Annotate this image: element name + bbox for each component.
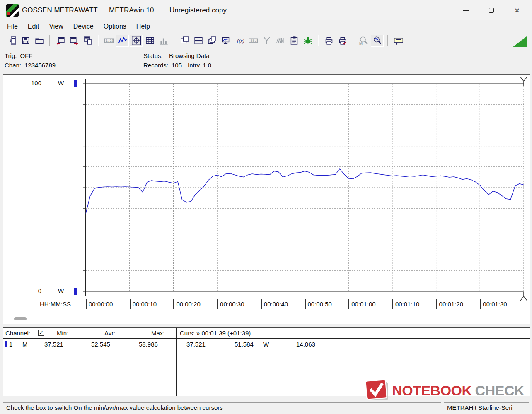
- view-table-icon[interactable]: [143, 35, 156, 47]
- h-scrollbar-thumb[interactable]: [14, 317, 27, 320]
- annotation-icon[interactable]: [392, 35, 405, 47]
- min-value: 37.521: [44, 341, 63, 348]
- cursor1-value: 37.521: [186, 341, 206, 348]
- menu-help[interactable]: Help: [131, 22, 155, 31]
- window-arrange-icon[interactable]: [206, 35, 218, 47]
- function-fx-icon[interactable]: -ƒ(x): [233, 35, 246, 47]
- window-cascade-icon[interactable]: [178, 35, 191, 47]
- status-line: Status:Browsing Data: [143, 52, 210, 59]
- cursor2-value: 51.584: [235, 341, 254, 348]
- title-bar: GOSSEN METRAWATT METRAwin 10 Unregistere…: [0, 0, 532, 20]
- brand-title: GOSSEN METRAWATT: [22, 0, 98, 20]
- device-display-icon[interactable]: 88.8: [247, 35, 259, 47]
- watermark-notebook-text: NOTEBOOK: [392, 383, 472, 399]
- checkmark-icon: ✓: [39, 330, 44, 335]
- max-column-header: Max:: [151, 330, 165, 337]
- notebookcheck-logo-icon: [365, 380, 389, 401]
- debug-bug-icon[interactable]: [301, 35, 314, 47]
- copy-window-icon[interactable]: [81, 35, 94, 47]
- cursor-delta-value: 14.063: [296, 341, 315, 348]
- print-setup-icon[interactable]: [336, 35, 349, 47]
- x-tick-label: 00:00:40: [261, 299, 288, 309]
- menu-edit[interactable]: Edit: [23, 22, 44, 31]
- close-button[interactable]: ✕: [504, 2, 530, 19]
- cursor-column-header: Curs: » 00:01:39 (+01:39): [180, 330, 251, 337]
- minmax-checkbox[interactable]: ✓: [38, 330, 44, 336]
- interval-value: 1.0: [203, 62, 211, 69]
- toolbar-separator: [174, 35, 174, 46]
- channel-number: 1: [9, 341, 12, 348]
- import-data-icon[interactable]: [68, 35, 80, 47]
- file-open-icon[interactable]: [33, 35, 46, 47]
- waveform-icon[interactable]: [274, 35, 287, 47]
- x-tick-label: 00:01:30: [480, 299, 507, 309]
- x-tick-label: 00:00:00: [86, 299, 113, 309]
- print-icon[interactable]: [322, 35, 335, 47]
- zoom-manual-icon[interactable]: M: [357, 35, 370, 47]
- x-tick-label: 00:00:20: [173, 299, 200, 309]
- status-message: Check the box to switch On the min/avr/m…: [6, 404, 223, 411]
- x-tick-label: 00:00:50: [305, 299, 332, 309]
- x-tick-label: 00:01:10: [392, 299, 419, 309]
- toolbar-separator: [49, 35, 50, 46]
- menu-file[interactable]: File: [2, 22, 23, 31]
- toolbar-separator: [98, 35, 99, 46]
- watermark-check-text: CHECK: [475, 383, 524, 399]
- x-tick-label: 00:00:10: [130, 299, 157, 309]
- view-xy-icon[interactable]: [130, 35, 143, 47]
- min-column-header: Min:: [57, 330, 68, 337]
- table-header-divider: [3, 338, 530, 339]
- avr-column-header: Avr:: [104, 330, 115, 337]
- avr-value: 52.545: [91, 341, 110, 348]
- chan-value: 123456789: [24, 62, 56, 69]
- toolbar: 1.23-ƒ(x)88.8M: [0, 33, 532, 48]
- x-tick-label: 00:01:20: [436, 299, 463, 309]
- x-tick-label: 00:01:00: [348, 299, 375, 309]
- export-data-icon[interactable]: [54, 35, 67, 47]
- view-numeric-icon[interactable]: 1.23: [102, 35, 115, 47]
- channel-mode: M: [22, 341, 28, 348]
- device-name-box: METRAHit Starline-Seri: [444, 402, 529, 413]
- x-tick-label: 00:00:30: [217, 299, 244, 309]
- svg-text:1.23: 1.23: [105, 39, 113, 43]
- menu-device[interactable]: Device: [68, 22, 99, 31]
- x-axis-ticks: 00:00:0000:00:1000:00:2000:00:3000:00:40…: [3, 299, 530, 310]
- status-label: Status:: [143, 52, 166, 59]
- svg-text:88.8: 88.8: [250, 39, 258, 43]
- records-value: 105: [172, 62, 182, 69]
- chan-label: Chan:: [5, 62, 21, 69]
- channel-status: Chan:123456789: [5, 62, 56, 69]
- online-monitor-icon[interactable]: [219, 35, 232, 47]
- protocol-icon[interactable]: [288, 35, 300, 47]
- channel-color-marker: [5, 341, 7, 347]
- file-save-icon[interactable]: [19, 35, 32, 47]
- y-min-label: 0: [25, 287, 41, 294]
- status-message-box: Check the box to switch On the min/avr/m…: [3, 402, 441, 413]
- info-strip: Trig:OFF Chan:123456789 Status:Browsing …: [0, 48, 532, 74]
- license-status: Unregistered copy: [169, 0, 227, 20]
- view-trend-icon[interactable]: [116, 35, 129, 47]
- gossen-metrawatt-logo: [6, 4, 19, 17]
- trend-chart[interactable]: [3, 75, 530, 325]
- notebookcheck-watermark: NOTEBOOKCHECK: [365, 380, 524, 401]
- menu-bar: File Edit View Device Options Help: [0, 20, 532, 33]
- merge-channels-icon[interactable]: [260, 35, 273, 47]
- channel-column-header: Channel:: [5, 330, 30, 337]
- toolbar-buttons: 1.23-ƒ(x)88.8M: [5, 35, 406, 47]
- status-value: Browsing Data: [169, 52, 210, 59]
- interval-label: Intrv.: [188, 62, 201, 69]
- view-histogram-icon[interactable]: [157, 35, 170, 47]
- value-unit: W: [263, 341, 269, 348]
- window-tile-icon[interactable]: [192, 35, 205, 47]
- status-bar: Check the box to switch On the min/avr/m…: [0, 401, 532, 414]
- zoom-curve-icon[interactable]: [371, 35, 384, 47]
- minimize-button[interactable]: [453, 2, 479, 19]
- y-unit-bottom: W: [58, 287, 64, 294]
- toolbar-separator: [353, 35, 353, 46]
- menu-view[interactable]: View: [44, 22, 68, 31]
- svg-text:M: M: [359, 41, 363, 45]
- file-import-icon[interactable]: [5, 35, 18, 47]
- metrawin-window: GOSSEN METRAWATT METRAwin 10 Unregistere…: [0, 0, 532, 414]
- maximize-button[interactable]: [479, 2, 504, 19]
- menu-options[interactable]: Options: [99, 22, 131, 31]
